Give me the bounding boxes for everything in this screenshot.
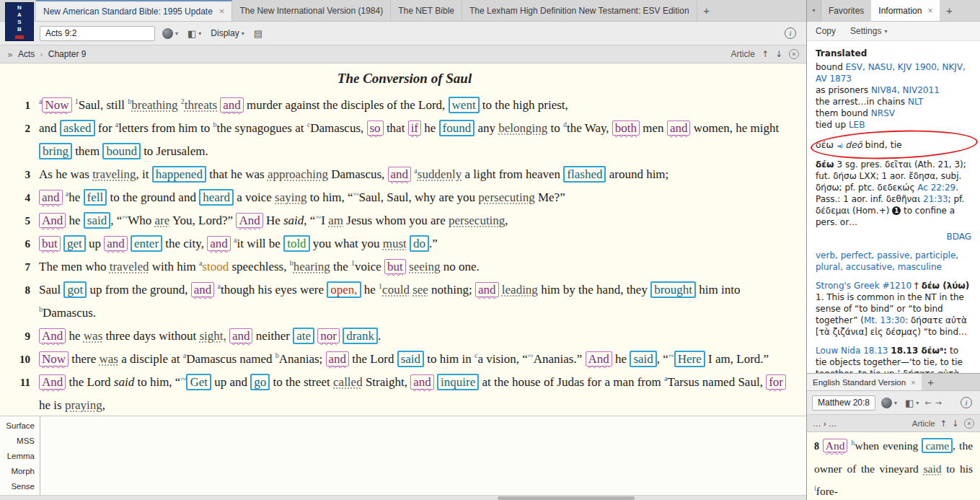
highlighted-word[interactable]: got (63, 281, 87, 298)
close-locator-icon[interactable]: × (789, 49, 799, 59)
highlighted-word[interactable]: and (104, 236, 128, 251)
tagged-word[interactable]: leading (502, 283, 538, 297)
tab-lexham-hdnt[interactable]: The Lexham High Definition New Testament… (462, 0, 697, 21)
tagged-word[interactable]: seeing (409, 260, 440, 273)
highlighted-word[interactable]: And (823, 439, 848, 452)
tagged-word[interactable]: hearing (293, 260, 330, 273)
highlighted-word[interactable]: do (410, 235, 429, 252)
tagged-word[interactable]: are (155, 214, 170, 227)
tagged-word[interactable]: threats (185, 98, 217, 112)
highlighted-word[interactable]: and (475, 282, 499, 297)
highlighted-word[interactable]: came (922, 438, 953, 453)
version-links[interactable]: NRSV (871, 108, 895, 118)
link[interactable]: Strong's Greek #1210 (816, 281, 911, 291)
highlighted-word[interactable]: said (84, 212, 110, 229)
close-icon[interactable]: × (911, 378, 915, 387)
link[interactable]: Louw Nida 18.13 (816, 346, 888, 356)
tagged-word[interactable]: approaching (268, 167, 328, 181)
parallel-resources-button[interactable]: ▾ (879, 398, 899, 408)
version-links[interactable]: NIV84, NIV2011 (871, 85, 940, 95)
tab-favorites[interactable]: Favorites (821, 0, 871, 21)
tab-net-bible[interactable]: The NET Bible (391, 0, 462, 21)
highlighted-word[interactable]: and (326, 351, 350, 367)
highlighted-word[interactable]: And (39, 328, 66, 343)
highlighted-word[interactable]: said (630, 351, 656, 367)
parallel-resources-button[interactable]: ▾ (160, 28, 180, 39)
highlighted-word[interactable]: brought (650, 281, 696, 298)
tagged-word[interactable]: could (382, 283, 410, 297)
breadcrumb-path[interactable]: … › … (813, 419, 836, 428)
highlighted-word[interactable]: Get (186, 374, 211, 390)
previous-article-icon[interactable]: ↑ (940, 418, 948, 429)
highlighted-word[interactable]: told (283, 235, 309, 252)
tagged-word[interactable]: traveling (92, 167, 136, 181)
highlighted-word[interactable]: ate (293, 328, 314, 344)
link[interactable]: 21:33 (923, 194, 948, 204)
multiple-resources-button[interactable]: ◧ ▾ (903, 398, 921, 408)
highlighted-word[interactable]: nor (317, 328, 340, 343)
article-scope-label[interactable]: Article (731, 49, 755, 59)
reference-box[interactable] (812, 395, 875, 411)
highlighted-word[interactable]: fell (84, 189, 107, 206)
tagged-word[interactable]: stood (202, 260, 229, 273)
version-links[interactable]: NLT (908, 97, 923, 107)
interlinear-row-label[interactable]: Morph (0, 467, 40, 482)
bdag-link[interactable]: BDAG (946, 232, 971, 242)
highlighted-word[interactable]: and (229, 328, 253, 343)
highlighted-word[interactable]: and (207, 236, 231, 251)
highlighted-word[interactable]: drank (343, 328, 378, 344)
close-icon[interactable]: × (927, 6, 932, 16)
highlighted-word[interactable]: flashed (563, 166, 606, 183)
highlighted-word[interactable]: found (439, 120, 475, 136)
highlighted-word[interactable]: bound (102, 143, 141, 159)
history-forward-icon[interactable]: → (935, 398, 942, 408)
highlighted-word[interactable]: enter (131, 235, 162, 252)
close-locator-icon[interactable]: × (964, 418, 974, 429)
tab-nasb[interactable]: New American Standard Bible: 1995 Update… (36, 0, 232, 21)
tagged-word[interactable]: saying (275, 190, 306, 204)
interlinear-row-label[interactable]: Lemma (0, 452, 40, 467)
scrollbar-thumb[interactable] (498, 496, 635, 500)
highlighted-word[interactable]: happened (152, 166, 206, 183)
highlighted-word[interactable]: And (586, 351, 612, 367)
tab-information[interactable]: Information × (871, 0, 940, 21)
new-tab-button[interactable]: + (940, 0, 958, 21)
tagged-word[interactable]: was (100, 352, 118, 366)
multiple-resources-button[interactable]: ◧ ▾ (185, 28, 203, 39)
highlighted-word[interactable]: open, (327, 281, 361, 298)
highlighted-word[interactable]: and (220, 97, 244, 113)
link[interactable]: Mt. 13:30 (864, 315, 905, 325)
nasb-logo[interactable]: NASB (5, 2, 34, 41)
close-icon[interactable]: × (219, 6, 225, 17)
tagged-word[interactable]: belonging (498, 121, 547, 135)
highlighted-word[interactable]: and (667, 120, 691, 136)
tagged-word[interactable]: breathing (131, 98, 177, 112)
highlighted-word[interactable]: if (408, 120, 421, 136)
highlighted-word[interactable]: inquire (437, 374, 479, 390)
highlighted-word[interactable]: so (367, 120, 384, 136)
interlinear-row-label[interactable]: MSS (0, 437, 40, 452)
reference-box[interactable] (40, 26, 155, 41)
new-tab-button[interactable]: + (697, 0, 716, 21)
history-back-icon[interactable]: ← (924, 398, 931, 408)
highlighted-word[interactable]: go (250, 374, 270, 390)
highlighted-word[interactable]: get (63, 235, 86, 252)
tagged-word[interactable]: was (84, 329, 102, 343)
highlighted-word[interactable]: and (410, 374, 434, 390)
highlighted-word[interactable]: for (766, 374, 786, 390)
tab-niv[interactable]: The New International Version (1984) (232, 0, 391, 21)
highlighted-word[interactable]: bring (39, 143, 72, 159)
highlighted-word[interactable]: but (384, 259, 406, 274)
highlighted-word[interactable]: And (39, 374, 66, 390)
info-icon[interactable]: i (961, 397, 972, 408)
highlighted-word[interactable]: Now (39, 351, 69, 367)
tagged-word[interactable]: persecuting (478, 190, 534, 204)
tagged-word[interactable]: am (328, 214, 343, 227)
tagged-word[interactable]: must (383, 237, 407, 250)
expand-panel-icon[interactable]: » (7, 49, 13, 60)
next-article-icon[interactable]: ↓ (775, 49, 782, 59)
tagged-word[interactable]: traveled (110, 260, 149, 273)
display-menu-button[interactable]: Display ▾ (208, 28, 246, 38)
tagged-word[interactable]: persecuting (449, 214, 505, 227)
info-icon[interactable]: i (785, 27, 796, 39)
